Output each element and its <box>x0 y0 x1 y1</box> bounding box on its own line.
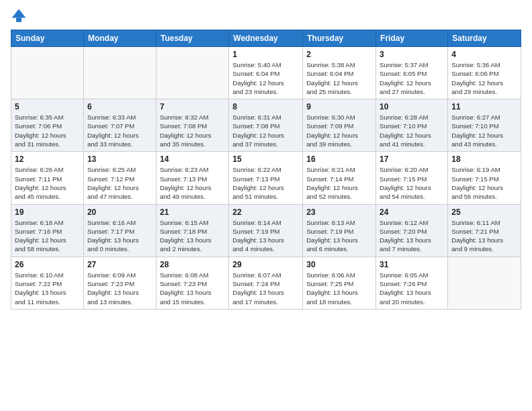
day-number: 28 <box>160 260 225 269</box>
day-info: Sunrise: 6:18 AM Sunset: 7:16 PM Dayligh… <box>15 218 80 254</box>
day-info: Sunrise: 6:26 AM Sunset: 7:11 PM Dayligh… <box>15 165 80 201</box>
calendar-cell: 6Sunrise: 6:33 AM Sunset: 7:07 PM Daylig… <box>83 99 156 152</box>
calendar-cell: 14Sunrise: 6:23 AM Sunset: 7:13 PM Dayli… <box>156 152 228 204</box>
weekday-header-row: SundayMondayTuesdayWednesdayThursdayFrid… <box>11 30 521 47</box>
day-info: Sunrise: 5:40 AM Sunset: 6:04 PM Dayligh… <box>232 60 299 96</box>
day-number: 25 <box>451 208 517 217</box>
weekday-header-friday: Friday <box>376 30 448 47</box>
day-number: 23 <box>306 208 372 217</box>
calendar-cell: 4Sunrise: 5:36 AM Sunset: 6:06 PM Daylig… <box>448 47 521 99</box>
calendar-header: SundayMondayTuesdayWednesdayThursdayFrid… <box>11 30 521 47</box>
day-info: Sunrise: 6:05 AM Sunset: 7:26 PM Dayligh… <box>380 271 444 306</box>
calendar-cell: 18Sunrise: 6:19 AM Sunset: 7:15 PM Dayli… <box>448 152 521 204</box>
day-info: Sunrise: 6:21 AM Sunset: 7:14 PM Dayligh… <box>306 165 372 201</box>
day-info: Sunrise: 6:20 AM Sunset: 7:15 PM Dayligh… <box>380 165 444 201</box>
day-info: Sunrise: 6:30 AM Sunset: 7:09 PM Dayligh… <box>306 113 372 148</box>
day-number: 3 <box>380 50 444 59</box>
day-number: 15 <box>232 154 299 164</box>
day-info: Sunrise: 6:27 AM Sunset: 7:10 PM Dayligh… <box>451 113 517 148</box>
calendar-cell: 28Sunrise: 6:08 AM Sunset: 7:23 PM Dayli… <box>156 257 228 309</box>
weekday-header-thursday: Thursday <box>303 30 376 47</box>
day-info: Sunrise: 6:10 AM Sunset: 7:22 PM Dayligh… <box>15 271 80 306</box>
calendar-cell: 11Sunrise: 6:27 AM Sunset: 7:10 PM Dayli… <box>448 99 521 152</box>
calendar-cell <box>448 257 521 309</box>
calendar-cell: 1Sunrise: 5:40 AM Sunset: 6:04 PM Daylig… <box>229 47 303 99</box>
day-info: Sunrise: 6:14 AM Sunset: 7:19 PM Dayligh… <box>232 218 299 254</box>
day-info: Sunrise: 6:28 AM Sunset: 7:10 PM Dayligh… <box>380 113 444 148</box>
svg-rect-1 <box>16 17 21 21</box>
weekday-header-saturday: Saturday <box>448 30 521 47</box>
calendar-cell: 12Sunrise: 6:26 AM Sunset: 7:11 PM Dayli… <box>11 152 84 204</box>
day-number: 21 <box>160 208 225 217</box>
day-number: 14 <box>160 154 225 164</box>
day-number: 9 <box>306 102 372 111</box>
day-info: Sunrise: 6:09 AM Sunset: 7:23 PM Dayligh… <box>87 271 152 306</box>
day-number: 31 <box>380 260 444 269</box>
calendar-cell: 31Sunrise: 6:05 AM Sunset: 7:26 PM Dayli… <box>376 257 448 309</box>
day-number: 10 <box>380 102 444 111</box>
header <box>11 8 521 24</box>
day-number: 22 <box>232 208 299 217</box>
day-number: 4 <box>451 50 517 59</box>
day-number: 30 <box>306 260 372 269</box>
page: SundayMondayTuesdayWednesdayThursdayFrid… <box>0 0 532 411</box>
calendar-cell: 10Sunrise: 6:28 AM Sunset: 7:10 PM Dayli… <box>376 99 448 152</box>
svg-marker-0 <box>12 9 26 18</box>
weekday-header-monday: Monday <box>83 30 156 47</box>
calendar-cell: 17Sunrise: 6:20 AM Sunset: 7:15 PM Dayli… <box>376 152 448 204</box>
day-info: Sunrise: 6:08 AM Sunset: 7:23 PM Dayligh… <box>160 271 225 306</box>
day-info: Sunrise: 6:33 AM Sunset: 7:07 PM Dayligh… <box>87 113 152 148</box>
day-number: 12 <box>15 154 80 164</box>
day-info: Sunrise: 6:22 AM Sunset: 7:13 PM Dayligh… <box>232 165 299 201</box>
day-number: 16 <box>306 154 372 164</box>
weekday-header-sunday: Sunday <box>11 30 84 47</box>
calendar-cell: 22Sunrise: 6:14 AM Sunset: 7:19 PM Dayli… <box>229 204 303 257</box>
calendar-cell: 26Sunrise: 6:10 AM Sunset: 7:22 PM Dayli… <box>11 257 84 309</box>
weekday-header-wednesday: Wednesday <box>229 30 303 47</box>
calendar-cell: 20Sunrise: 6:16 AM Sunset: 7:17 PM Dayli… <box>83 204 156 257</box>
calendar-cell <box>83 47 156 99</box>
day-info: Sunrise: 6:07 AM Sunset: 7:24 PM Dayligh… <box>232 271 299 306</box>
calendar-week-4: 19Sunrise: 6:18 AM Sunset: 7:16 PM Dayli… <box>11 204 521 257</box>
day-number: 7 <box>160 102 225 111</box>
day-info: Sunrise: 6:31 AM Sunset: 7:08 PM Dayligh… <box>232 113 299 148</box>
day-number: 24 <box>380 208 444 217</box>
calendar-week-1: 1Sunrise: 5:40 AM Sunset: 6:04 PM Daylig… <box>11 47 521 99</box>
calendar-week-5: 26Sunrise: 6:10 AM Sunset: 7:22 PM Dayli… <box>11 257 521 309</box>
day-info: Sunrise: 6:19 AM Sunset: 7:15 PM Dayligh… <box>451 165 517 201</box>
day-number: 19 <box>15 208 80 217</box>
calendar-cell: 29Sunrise: 6:07 AM Sunset: 7:24 PM Dayli… <box>229 257 303 309</box>
day-number: 13 <box>87 154 152 164</box>
day-number: 2 <box>306 50 372 59</box>
day-info: Sunrise: 6:35 AM Sunset: 7:06 PM Dayligh… <box>15 113 80 148</box>
calendar-cell: 13Sunrise: 6:25 AM Sunset: 7:12 PM Dayli… <box>83 152 156 204</box>
calendar-cell: 8Sunrise: 6:31 AM Sunset: 7:08 PM Daylig… <box>229 99 303 152</box>
calendar-body: 1Sunrise: 5:40 AM Sunset: 6:04 PM Daylig… <box>11 47 521 310</box>
calendar: SundayMondayTuesdayWednesdayThursdayFrid… <box>11 30 521 310</box>
day-number: 11 <box>451 102 517 111</box>
day-info: Sunrise: 6:12 AM Sunset: 7:20 PM Dayligh… <box>380 218 444 254</box>
day-number: 29 <box>232 260 299 269</box>
day-info: Sunrise: 5:37 AM Sunset: 6:05 PM Dayligh… <box>380 60 444 96</box>
day-number: 17 <box>380 154 444 164</box>
day-info: Sunrise: 6:06 AM Sunset: 7:25 PM Dayligh… <box>306 271 372 306</box>
calendar-cell: 30Sunrise: 6:06 AM Sunset: 7:25 PM Dayli… <box>303 257 376 309</box>
day-info: Sunrise: 6:13 AM Sunset: 7:19 PM Dayligh… <box>306 218 372 254</box>
day-number: 18 <box>451 154 517 164</box>
calendar-cell: 2Sunrise: 5:38 AM Sunset: 6:04 PM Daylig… <box>303 47 376 99</box>
day-info: Sunrise: 6:32 AM Sunset: 7:08 PM Dayligh… <box>160 113 225 148</box>
day-number: 5 <box>15 102 80 111</box>
calendar-cell: 25Sunrise: 6:11 AM Sunset: 7:21 PM Dayli… <box>448 204 521 257</box>
calendar-week-3: 12Sunrise: 6:26 AM Sunset: 7:11 PM Dayli… <box>11 152 521 204</box>
day-info: Sunrise: 5:38 AM Sunset: 6:04 PM Dayligh… <box>306 60 372 96</box>
calendar-cell: 27Sunrise: 6:09 AM Sunset: 7:23 PM Dayli… <box>83 257 156 309</box>
logo-icon <box>11 8 27 24</box>
calendar-cell: 5Sunrise: 6:35 AM Sunset: 7:06 PM Daylig… <box>11 99 84 152</box>
day-info: Sunrise: 5:36 AM Sunset: 6:06 PM Dayligh… <box>451 60 517 96</box>
day-info: Sunrise: 6:15 AM Sunset: 7:18 PM Dayligh… <box>160 218 225 254</box>
calendar-cell: 7Sunrise: 6:32 AM Sunset: 7:08 PM Daylig… <box>156 99 228 152</box>
calendar-cell <box>11 47 84 99</box>
calendar-cell <box>156 47 228 99</box>
day-number: 26 <box>15 260 80 269</box>
day-number: 27 <box>87 260 152 269</box>
